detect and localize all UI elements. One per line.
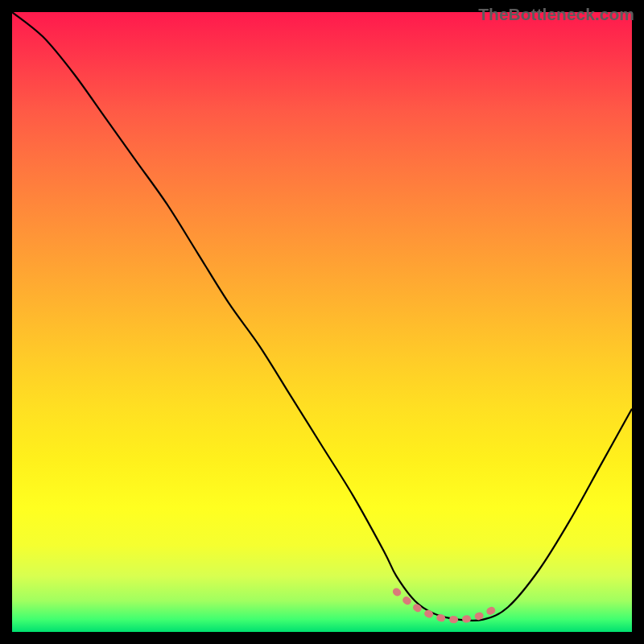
watermark-text: TheBottleneck.com: [478, 5, 634, 24]
curve-svg: [12, 12, 632, 632]
chart-container: [12, 12, 632, 632]
bottleneck-curve: [12, 12, 632, 621]
